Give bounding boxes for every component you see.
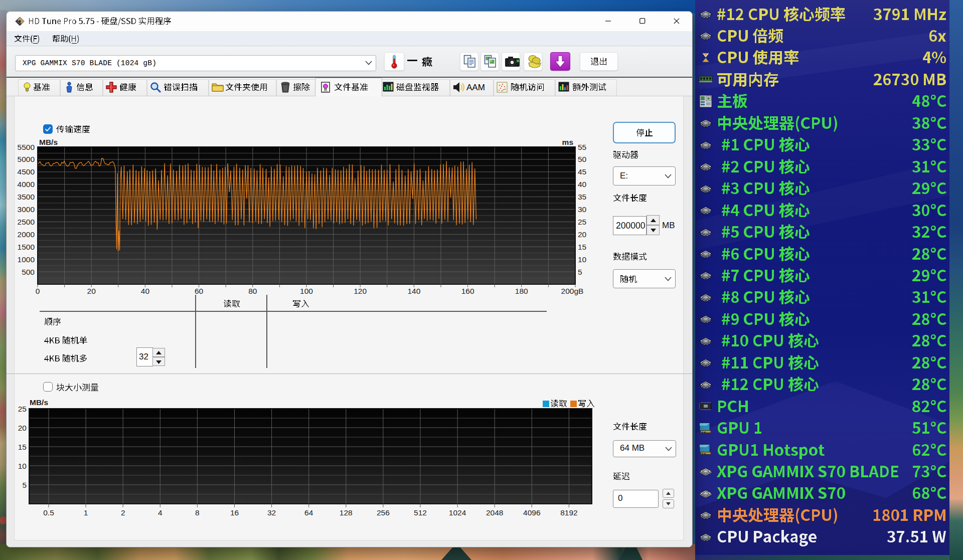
svg-text:50: 50 (578, 155, 587, 163)
svg-text:0.5: 0.5 (43, 508, 54, 517)
svg-text:8: 8 (195, 508, 200, 517)
svg-text:64: 64 (304, 508, 313, 517)
svg-text:4: 4 (158, 508, 163, 517)
svg-text:256: 256 (377, 508, 390, 517)
svg-text:16: 16 (230, 508, 239, 517)
svg-text:8192: 8192 (560, 508, 577, 517)
svg-text:55: 55 (578, 143, 586, 151)
svg-text:1: 1 (84, 508, 88, 517)
svg-text:20: 20 (87, 287, 96, 295)
svg-text:40: 40 (141, 287, 150, 295)
svg-text:1024: 1024 (449, 508, 466, 517)
svg-text:100: 100 (300, 287, 313, 295)
svg-text:10: 10 (578, 255, 587, 264)
svg-text:60: 60 (195, 287, 204, 295)
svg-text:20: 20 (578, 230, 587, 239)
svg-text:3000: 3000 (18, 205, 35, 214)
svg-text:128: 128 (340, 508, 353, 517)
svg-text:25: 25 (18, 405, 27, 413)
svg-text:120: 120 (354, 287, 367, 295)
svg-text:80: 80 (248, 287, 257, 295)
svg-text:2048: 2048 (486, 508, 503, 517)
svg-text:ms: ms (562, 138, 573, 146)
svg-text:4000: 4000 (18, 180, 35, 189)
svg-text:500: 500 (22, 268, 35, 276)
svg-text:45: 45 (578, 167, 586, 176)
svg-text:4500: 4500 (18, 167, 35, 176)
svg-text:30: 30 (578, 205, 587, 214)
svg-text:15: 15 (578, 243, 586, 251)
svg-text:200gB: 200gB (561, 287, 584, 295)
svg-text:1500: 1500 (18, 243, 35, 251)
svg-text:3500: 3500 (18, 193, 35, 201)
svg-text:5: 5 (22, 481, 27, 489)
svg-text:20: 20 (18, 424, 27, 432)
svg-text:1000: 1000 (18, 255, 35, 264)
svg-text:40: 40 (578, 180, 587, 189)
svg-text:2000: 2000 (18, 230, 35, 239)
svg-text:35: 35 (578, 193, 586, 201)
svg-text:MB/s: MB/s (39, 138, 58, 146)
svg-text:25: 25 (578, 218, 586, 226)
svg-text:512: 512 (414, 508, 427, 517)
svg-text:10: 10 (18, 462, 27, 470)
svg-text:160: 160 (461, 287, 474, 295)
svg-text:2: 2 (121, 508, 125, 517)
svg-text:MB/s: MB/s (30, 398, 48, 407)
svg-text:180: 180 (515, 287, 528, 295)
svg-text:15: 15 (18, 443, 27, 451)
svg-text:5500: 5500 (18, 143, 35, 151)
svg-text:32: 32 (267, 508, 276, 517)
svg-text:5: 5 (578, 268, 582, 276)
svg-text:0: 0 (36, 287, 40, 295)
svg-text:4096: 4096 (523, 508, 540, 517)
svg-text:140: 140 (407, 287, 420, 295)
svg-text:5000: 5000 (18, 155, 35, 163)
svg-text:2500: 2500 (18, 218, 35, 226)
